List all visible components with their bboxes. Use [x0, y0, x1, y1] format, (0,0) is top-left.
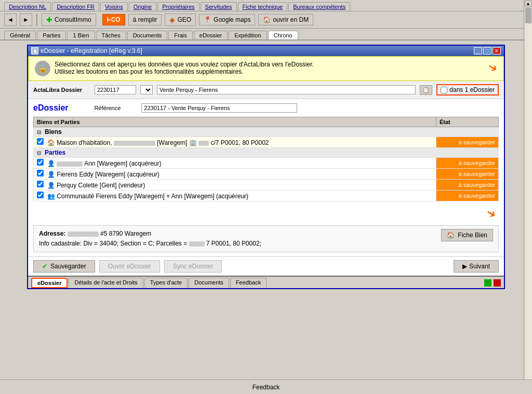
suivant-button[interactable]: ▶ Suivant — [454, 260, 499, 273]
dossier-number-input[interactable] — [95, 85, 136, 94]
fiche-bien-button[interactable]: 🏠 Fiche Bien — [441, 229, 493, 241]
google-maps-label: Google maps — [214, 16, 250, 23]
party3-text: Perquy Colette [Gent] (vendeur) — [57, 182, 145, 189]
blurred-parcel — [198, 141, 209, 146]
tab-bureaux[interactable]: Bureaux compétents — [288, 2, 350, 11]
party2-checkbox[interactable] — [37, 170, 44, 176]
scroll-thumb[interactable] — [525, 8, 531, 23]
party3-checkbox[interactable] — [37, 181, 44, 187]
map-icon: 📍 — [204, 16, 211, 23]
info-text: Sélectionnez dans cet aperçu les données… — [55, 61, 314, 75]
tab-parties[interactable]: Parties — [37, 31, 66, 39]
tab-voisins[interactable]: Voisins — [100, 2, 128, 11]
ereg-window-title: eDossier - eRegistration [eReg v.3.6] — [41, 47, 142, 55]
save-button[interactable]: ✔ Sauvegarder — [33, 260, 95, 273]
biens-item-text: Maison d'habitation, [Waregem] 🏢 c/7 P00… — [57, 139, 269, 146]
tab-edossier[interactable]: eDossier — [194, 31, 228, 39]
sync-label: Sync eDossier — [173, 263, 213, 270]
party4-status: à sauvegarder — [436, 191, 499, 201]
tab-fiche-technique[interactable]: Fiche technique — [238, 2, 288, 11]
close-button[interactable]: ✕ — [493, 47, 501, 55]
ereg-tab-details[interactable]: Détails de l'acte et Droits — [69, 278, 143, 288]
parties-section-cell: ⊟ Parties — [34, 148, 499, 158]
suivant-arrow-icon: ▶ — [462, 263, 467, 270]
ouvrir-dm-label: ouvrir en DM — [273, 16, 309, 23]
party1-status: à sauvegarder — [436, 158, 499, 169]
party3-status: à sauvegarder — [436, 180, 499, 191]
col-biens-parties: Biens et Parties — [34, 117, 436, 127]
dans-edossier-checkbox[interactable]: dans 1 eDossier — [436, 84, 499, 96]
address-section: Adresse: #5 8790 Waregem Info cadastrale… — [33, 225, 499, 252]
nav-back-button[interactable]: ◄ — [4, 13, 17, 26]
tab-origine[interactable]: Origine — [129, 2, 156, 11]
address-value: #5 8790 Waregem — [100, 230, 151, 237]
table-row: 👤 Fierens Eddy [Waregem] (acquéreur) à s… — [34, 169, 499, 180]
scroll-up-arrow[interactable]: ▲ — [525, 0, 532, 7]
info-icon: 🔒 — [35, 61, 50, 76]
biens-section-cell: ⊟ Biens — [34, 127, 499, 137]
group-icon: 👥 — [47, 193, 55, 200]
reference-input[interactable] — [141, 103, 297, 113]
dossier-name-input[interactable] — [157, 85, 416, 94]
party1-checkbox[interactable] — [37, 159, 44, 166]
ereg-tab-documents[interactable]: Documents — [189, 278, 229, 288]
ereg-tab-feedback[interactable]: Feedback — [230, 278, 267, 288]
dossier-select[interactable] — [140, 85, 153, 94]
table-row: 🏠 Maison d'habitation, [Waregem] 🏢 c/7 P… — [34, 137, 499, 148]
ereg-window: 📋 eDossier - eRegistration [eReg v.3.6] … — [27, 45, 505, 289]
tab-frais[interactable]: Frais — [168, 31, 192, 39]
scroll-track[interactable] — [525, 7, 532, 387]
fiche-bien-label: Fiche Bien — [458, 232, 487, 239]
parties-section-row: ⊟ Parties — [34, 148, 499, 158]
arrow-container-bottom: ➜ — [28, 206, 504, 221]
party4-checkbox[interactable] — [37, 192, 44, 198]
ereg-tab-edossier[interactable]: eDossier — [31, 278, 68, 288]
tab-description-fr[interactable]: Description FR — [52, 2, 99, 11]
house-icon: 🏠 — [263, 16, 271, 23]
party2-status: à sauvegarder — [436, 169, 499, 180]
parties-collapse-button[interactable]: ⊟ — [37, 150, 41, 156]
tab-proprietaires[interactable]: Propriétaires — [157, 2, 199, 11]
edossier-header: eDossier Référence — [33, 103, 499, 113]
biens-collapse-button[interactable]: ⊟ — [37, 129, 41, 135]
ouvrir-dm-button[interactable]: 🏠 ouvrir en DM — [258, 14, 313, 25]
biens-status-cell: à sauvegarder — [436, 137, 499, 148]
consultimmo-button[interactable]: ✚ ConsultImmo — [42, 13, 96, 26]
geo-button[interactable]: ◈ GEO — [165, 13, 196, 26]
pco-aremplir-label: à remplir — [133, 16, 157, 23]
info-text-line2: Utilisez les boutons en bas pour les fon… — [55, 68, 314, 75]
pco-aremplir-button[interactable]: à remplir — [128, 14, 162, 25]
green-status-indicator — [484, 279, 491, 287]
copy-button[interactable]: 📋 — [420, 85, 432, 95]
minimize-button[interactable]: _ — [474, 47, 482, 55]
biens-parties-table: Biens et Parties État ⊟ Biens — [33, 117, 499, 201]
maximize-button[interactable]: □ — [483, 47, 491, 55]
scrollbar[interactable]: ▲ ▼ — [524, 0, 532, 394]
tab-documents[interactable]: Documents — [127, 31, 168, 39]
tab-chrono[interactable]: Chrono — [268, 31, 298, 39]
tab-taches[interactable]: Tâches — [96, 31, 126, 39]
party4-text: Communauté Fierens Eddy [Waregem] + Ann … — [57, 193, 248, 200]
consultimmo-icon: ✚ — [46, 16, 52, 24]
parcel-icon: 🏢 — [189, 139, 198, 146]
tab-general[interactable]: Général — [4, 31, 36, 39]
google-maps-button[interactable]: 📍 Google maps — [199, 14, 255, 25]
address-blurred — [68, 232, 99, 237]
tab-1bien[interactable]: 1 Bien — [67, 31, 95, 39]
tab-expedition[interactable]: Expédition — [229, 31, 267, 39]
party1-text: Ann [Waregem] (acquéreur) — [84, 160, 161, 167]
tab-servitudes[interactable]: Servitudes — [201, 2, 237, 11]
ouvrir-edossier-button: Ouvrir eDossier — [99, 260, 160, 273]
ereg-titlebar: 📋 eDossier - eRegistration [eReg v.3.6] … — [28, 46, 504, 56]
nav-forward-button[interactable]: ► — [20, 13, 32, 26]
main-content: 📋 eDossier - eRegistration [eReg v.3.6] … — [0, 40, 532, 372]
edossier-section: eDossier Référence Biens et Parties État — [28, 99, 504, 206]
biens-checkbox[interactable] — [37, 138, 44, 145]
toolbar: ◄ ► ✚ ConsultImmo ➜ PCO à remplir ◈ GEO … — [0, 11, 532, 29]
col-etat: État — [436, 117, 499, 127]
geo-label: GEO — [177, 16, 191, 23]
main-tabs-bar: Général Parties 1 Bien Tâches Documents … — [0, 29, 532, 40]
ereg-tab-types-acte[interactable]: Types d'acte — [144, 278, 188, 288]
tab-description-nl[interactable]: Description NL — [4, 2, 51, 11]
dans-checkbox-input[interactable] — [441, 87, 447, 93]
